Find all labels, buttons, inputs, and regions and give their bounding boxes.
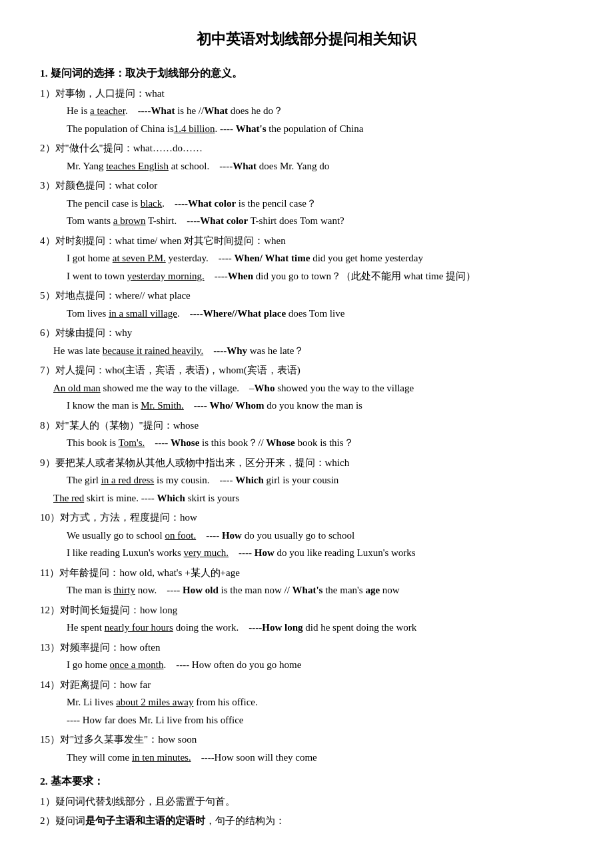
item-6-ex1: He was late because it rained heavily. -… [53, 343, 573, 360]
item-7-ex2: I know the man is Mr. Smith. ---- Who/ W… [67, 397, 573, 415]
item-3: 3）对颜色提问：what color [40, 177, 573, 195]
item-6-label: 6）对缘由提问：why [40, 327, 132, 338]
item-7: 7）对人提问：who(主语，宾语，表语)，whom(宾语，表语) [40, 362, 573, 379]
item-9-ex2: The red skirt is mine. ---- Which skirt … [53, 490, 573, 507]
section-1: 1. 疑问词的选择：取决于划线部分的意义。 1）对事物，人口提问：what He… [40, 65, 573, 766]
item-10-ex1: We usually go to school on foot. ---- Ho… [67, 527, 573, 545]
item-9-label: 9）要把某人或者某物从其他人或物中指出来，区分开来，提问：which [40, 457, 349, 468]
item-12-label: 12）对时间长短提问：how long [40, 605, 177, 615]
section-1-title: 1. 疑问词的选择：取决于划线部分的意义。 [40, 65, 573, 82]
item-5-ex1: Tom lives in a small village. ----Where/… [67, 305, 573, 323]
item-7-label: 7）对人提问：who(主语，宾语，表语)，whom(宾语，表语) [40, 365, 301, 375]
item-15-label: 15）对"过多久某事发生"：how soon [40, 734, 197, 745]
item-2-ex1: Mr. Yang teaches English at school. ----… [67, 158, 573, 175]
item-14-ex2: ---- How far does Mr. Li live from his o… [67, 712, 573, 729]
page-title: 初中英语对划线部分提问相关知识 [40, 27, 573, 51]
item-12-ex1: He spent nearly four hours doing the wor… [67, 619, 573, 637]
item-5-label: 5）对地点提问：where// what place [40, 290, 191, 301]
item-6: 6）对缘由提问：why [40, 325, 573, 342]
item-5: 5）对地点提问：where// what place [40, 287, 573, 305]
section-2-heading: 2. 基本要求： [40, 775, 104, 787]
item-4: 4）对时刻提问：what time/ when 对其它时间提问：when [40, 233, 573, 250]
item-11-label: 11）对年龄提问：how old, what's +某人的+age [40, 567, 240, 578]
basic-req-2: 2）疑问词是句子主语和主语的定语时，句子的结构为： [40, 813, 573, 830]
item-4-ex1: I got home at seven P.M. yesterday. ----… [67, 250, 573, 267]
item-2: 2）对"做什么"提问：what……do…… [40, 140, 573, 157]
item-1-ex1: He is a teacher. ----What is he //What d… [67, 103, 573, 120]
item-12: 12）对时间长短提问：how long [40, 602, 573, 619]
item-8-ex1: This book is Tom's. ---- Whose is this b… [67, 435, 573, 452]
item-10-ex2: I like reading Luxun's works very much. … [67, 545, 573, 562]
item-15: 15）对"过多久某事发生"：how soon [40, 731, 573, 749]
item-1-ex2: The population of China is1.4 billion. -… [67, 121, 573, 138]
item-3-ex2: Tom wants a brown T-shirt. ----What colo… [67, 213, 573, 230]
item-14: 14）对距离提问：how far [40, 677, 573, 694]
item-1: 1）对事物，人口提问：what [40, 85, 573, 103]
item-14-ex1: Mr. Li lives about 2 miles away from his… [67, 694, 573, 711]
item-13-ex1: I go home once a month. ---- How often d… [67, 657, 573, 674]
item-9-ex1: The girl in a red dress is my cousin. --… [67, 472, 573, 489]
item-3-label: 3）对颜色提问：what color [40, 180, 157, 191]
item-10: 10）对方式，方法，程度提问：how [40, 509, 573, 527]
section-2: 2. 基本要求： 1）疑问词代替划线部分，且必需置于句首。 2）疑问词是句子主语… [40, 773, 573, 829]
item-11-ex1: The man is thirty now. ---- How old is t… [67, 582, 573, 599]
item-2-label: 2）对"做什么"提问：what……do…… [40, 143, 203, 153]
section-1-heading: 疑问词的选择：取决于划线部分的意义。 [51, 67, 243, 79]
item-4-ex2: I went to town yesterday morning. ----Wh… [67, 268, 573, 285]
item-3-ex1: The pencil case is black. ----What color… [67, 195, 573, 213]
item-10-label: 10）对方式，方法，程度提问：how [40, 512, 197, 523]
section-2-title: 2. 基本要求： [40, 773, 573, 790]
section-1-num: 1. [40, 67, 48, 79]
item-11: 11）对年龄提问：how old, what's +某人的+age [40, 565, 573, 582]
item-9: 9）要把某人或者某物从其他人或物中指出来，区分开来，提问：which [40, 455, 573, 472]
item-13: 13）对频率提问：how often [40, 639, 573, 657]
item-4-label: 4）对时刻提问：what time/ when 对其它时间提问：when [40, 235, 286, 246]
item-8-label: 8）对"某人的（某物）"提问：whose [40, 420, 199, 431]
item-7-ex1: An old man showed me the way to the vill… [53, 380, 573, 397]
item-13-label: 13）对频率提问：how often [40, 642, 160, 653]
basic-req-1: 1）疑问词代替划线部分，且必需置于句首。 [40, 793, 573, 811]
item-1-label: 1）对事物，人口提问：what [40, 88, 165, 99]
item-8: 8）对"某人的（某物）"提问：whose [40, 417, 573, 435]
item-15-ex1: They will come in ten minutes. ----How s… [67, 749, 573, 767]
item-14-label: 14）对距离提问：how far [40, 679, 151, 690]
